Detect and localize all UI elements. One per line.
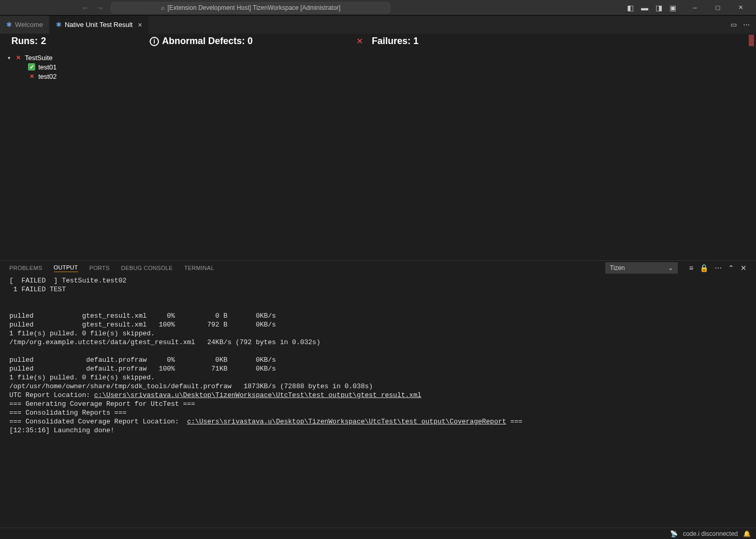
output-text: [12:35:16] Launching done!	[9, 427, 114, 434]
command-center[interactable]: ⌕ [Extension Development Host] TizenWork…	[111, 2, 390, 13]
panel-tab-output[interactable]: OUTPUT	[54, 264, 78, 272]
tree-test-row[interactable]: ✕ test02	[6, 72, 750, 81]
tizen-icon: ✱	[6, 21, 12, 29]
chevron-down-icon[interactable]: ▾	[6, 55, 11, 61]
tree-suite-label: TestSuite	[25, 54, 52, 62]
output-text: ===	[506, 418, 522, 425]
tab-welcome[interactable]: ✱ Welcome	[0, 16, 50, 34]
fail-icon: ✕	[356, 36, 363, 46]
consolidated-report-link[interactable]: c:\Users\srivastava.u\Desktop\TizenWorks…	[187, 418, 506, 425]
test-tree: ▾ ✕ TestSuite ✓ test01 ✕ test02	[0, 50, 756, 260]
chevron-up-icon[interactable]: ⌃	[728, 264, 734, 272]
bell-icon[interactable]: 🔔	[743, 530, 751, 537]
filter-icon[interactable]: ≡	[689, 264, 693, 272]
tree-test-row[interactable]: ✓ test01	[6, 62, 750, 72]
chevron-down-icon: ⌄	[668, 264, 673, 272]
titlebar: ← → ⌕ [Extension Development Host] Tizen…	[0, 0, 756, 16]
tizen-icon: ✱	[56, 21, 62, 29]
output-body[interactable]: [ FAILED ] TestSuite.test02 1 FAILED TES…	[0, 275, 756, 528]
test-stats-bar: Runs: 2 i Abnormal Defects: 0 ✕ Failures…	[0, 34, 756, 50]
report-link[interactable]: c:\Users\srivastava.u\Desktop\TizenWorks…	[94, 391, 421, 399]
output-text: === Consolidated Coverage Report Locatio…	[9, 418, 187, 425]
window-close-button[interactable]: ✕	[729, 0, 752, 16]
output-text: [ FAILED ] TestSuite.test02 1 FAILED TES…	[9, 277, 373, 390]
more-actions-icon[interactable]: ⋯	[743, 21, 750, 29]
layout-customize-icon[interactable]: ▣	[670, 4, 676, 12]
tree-suite-row[interactable]: ▾ ✕ TestSuite	[6, 53, 750, 62]
panel-tab-ports[interactable]: PORTS	[90, 265, 110, 271]
nav-back-icon[interactable]: ←	[82, 4, 89, 12]
command-center-text: [Extension Development Host] TizenWorksp…	[168, 4, 341, 11]
close-icon[interactable]: ×	[138, 21, 142, 29]
info-icon: i	[150, 37, 159, 46]
window-minimize-button[interactable]: ─	[684, 0, 706, 16]
more-icon[interactable]: ⋯	[715, 264, 722, 272]
close-panel-icon[interactable]: ✕	[740, 264, 747, 272]
broadcast-icon[interactable]: 📡	[670, 530, 678, 537]
layout-secondary-sidebar-icon[interactable]: ◨	[656, 4, 662, 12]
panel-tabs: PROBLEMS OUTPUT PORTS DEBUG CONSOLE TERM…	[0, 261, 756, 275]
layout-primary-sidebar-icon[interactable]: ◧	[627, 4, 634, 12]
panel-tab-terminal[interactable]: TERMINAL	[184, 265, 214, 271]
bottom-panel: PROBLEMS OUTPUT PORTS DEBUG CONSOLE TERM…	[0, 260, 756, 528]
layout-panel-icon[interactable]: ▬	[641, 4, 648, 12]
split-editor-icon[interactable]: ▭	[731, 21, 737, 29]
output-channel-label: Tizen	[610, 264, 625, 272]
panel-tab-debug-console[interactable]: DEBUG CONSOLE	[121, 265, 173, 271]
editor-tabs: ✱ Welcome ✱ Native Unit Test Result × ▭ …	[0, 16, 756, 34]
window-maximize-button[interactable]: ▢	[706, 0, 729, 16]
tab-label: Native Unit Test Result	[65, 21, 133, 29]
panel-tab-problems[interactable]: PROBLEMS	[9, 265, 42, 271]
stat-failures: ✕ Failures: 1	[356, 36, 418, 47]
tab-label: Welcome	[15, 21, 43, 29]
status-bar: 📡 code.i disconnected 🔔	[0, 528, 756, 539]
minimap-error-marker	[749, 35, 754, 46]
pass-icon: ✓	[28, 63, 35, 70]
lock-icon[interactable]: 🔒	[700, 264, 708, 272]
tab-native-unit-test-result[interactable]: ✱ Native Unit Test Result ×	[50, 16, 149, 34]
output-text: === Generating Coverage Report for UtcTe…	[9, 400, 195, 417]
status-connection[interactable]: code.i disconnected	[683, 530, 738, 537]
stat-abnormal-defects: i Abnormal Defects: 0	[150, 36, 253, 47]
stat-runs: Runs: 2	[11, 36, 46, 47]
search-icon: ⌕	[161, 4, 165, 11]
fail-icon: ✕	[28, 73, 35, 80]
nav-forward-icon[interactable]: →	[96, 4, 104, 12]
output-channel-select[interactable]: Tizen ⌄	[605, 262, 678, 274]
tree-test-label: test01	[38, 63, 56, 71]
output-text: UTC Report Location:	[9, 391, 94, 399]
fail-icon: ✕	[14, 54, 22, 61]
tree-test-label: test02	[38, 73, 56, 80]
